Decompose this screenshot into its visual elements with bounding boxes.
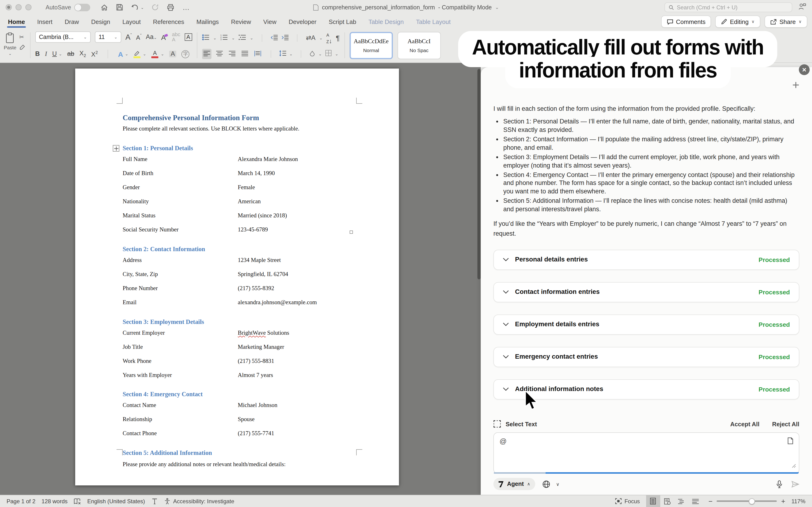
font-size-select[interactable]: 11⌄ <box>95 32 121 43</box>
model-caret-icon[interactable]: ∨ <box>556 482 560 487</box>
home-icon[interactable] <box>101 3 108 11</box>
asian-layout-button[interactable]: ⇄A <box>306 35 315 41</box>
proofing-icon[interactable] <box>74 498 81 504</box>
reject-all-button[interactable]: Reject All <box>772 420 799 428</box>
undo-icon[interactable]: ⌄ <box>131 4 144 11</box>
document-page[interactable]: Comprehensive Personal Information Form … <box>75 68 399 486</box>
agent-mode-selector[interactable]: Agent ∧ <box>493 478 536 490</box>
tab-references[interactable]: References <box>147 14 190 29</box>
justify-button[interactable] <box>240 49 249 59</box>
send-icon[interactable] <box>791 481 799 488</box>
underline-button[interactable]: U <box>52 51 57 57</box>
draft-view-button[interactable] <box>688 495 702 507</box>
align-center-button[interactable] <box>214 49 224 59</box>
chat-textarea[interactable] <box>499 447 794 467</box>
web-access-icon[interactable] <box>543 480 551 488</box>
superscript-button[interactable]: X2 <box>91 50 98 58</box>
tab-script-lab[interactable]: Script Lab <box>322 14 362 29</box>
increase-indent-button[interactable] <box>282 34 289 42</box>
tab-mailings[interactable]: Mailings <box>190 14 225 29</box>
panel-close-button[interactable]: ✕ <box>799 64 810 75</box>
change-case-button[interactable]: Aa⌄ <box>146 34 157 40</box>
resize-handle-icon[interactable] <box>792 461 796 470</box>
focus-mode-button[interactable]: Focus <box>615 498 640 504</box>
language-status[interactable]: English (United States) <box>87 498 145 504</box>
tab-draw[interactable]: Draw <box>58 14 85 29</box>
font-name-select[interactable]: Cambria (B...⌄ <box>35 32 91 43</box>
bold-button[interactable]: B <box>35 51 40 57</box>
entries-card-personal-details-entries[interactable]: Personal details entriesProcessed <box>493 249 799 270</box>
tab-table-layout[interactable]: Table Layout <box>410 14 457 29</box>
undo-caret-icon[interactable]: ⌄ <box>141 5 144 10</box>
attach-file-icon[interactable] <box>787 437 794 446</box>
autosave-toggle[interactable] <box>74 3 90 11</box>
font-color-button[interactable]: A <box>151 50 158 58</box>
style-no-spacing[interactable]: AaBbCcI No Spac <box>398 32 441 59</box>
zoom-slider[interactable] <box>717 500 777 502</box>
web-layout-view-button[interactable] <box>660 495 674 507</box>
tab-developer[interactable]: Developer <box>283 14 323 29</box>
borders-button[interactable] <box>325 50 332 58</box>
zoom-out-button[interactable]: − <box>708 497 713 505</box>
account-icon[interactable] <box>798 3 806 12</box>
document-title[interactable]: comprehensive_personal_information_form … <box>313 4 499 10</box>
character-shading-button[interactable]: A <box>169 51 176 57</box>
subscript-button[interactable]: X2 <box>80 50 86 58</box>
window-minimize-button[interactable] <box>15 4 21 10</box>
tab-view[interactable]: View <box>257 14 283 29</box>
entries-card-contact-information-entries[interactable]: Contact information entriesProcessed <box>493 282 799 302</box>
mention-button[interactable]: @ <box>500 437 507 445</box>
style-normal[interactable]: AaBbCcDdEe Normal <box>350 32 393 59</box>
grow-font-button[interactable]: Aˆ <box>125 33 132 41</box>
search-field[interactable] <box>664 2 792 12</box>
save-icon[interactable] <box>116 4 123 11</box>
table-move-handle[interactable] <box>113 145 119 152</box>
sort-button[interactable]: AZ↓ <box>326 32 332 44</box>
tab-table-design[interactable]: Table Design <box>362 14 410 29</box>
mic-icon[interactable] <box>776 480 782 488</box>
tab-design[interactable]: Design <box>85 14 116 29</box>
line-spacing-button[interactable] <box>279 50 286 58</box>
print-icon[interactable] <box>167 3 174 11</box>
multilevel-list-button[interactable] <box>239 34 246 42</box>
show-paragraph-marks-button[interactable]: ¶ <box>336 34 340 41</box>
format-painter-icon[interactable] <box>19 44 26 52</box>
word-count[interactable]: 128 words <box>42 498 68 504</box>
select-text-button[interactable]: Select Text <box>506 420 537 428</box>
chat-input-box[interactable]: @ <box>493 432 799 474</box>
character-border-button[interactable]: A <box>185 33 192 41</box>
print-layout-view-button[interactable] <box>646 495 660 507</box>
page-count[interactable]: Page 1 of 2 <box>7 498 36 504</box>
align-left-button[interactable] <box>202 49 211 59</box>
text-effects-button[interactable]: A <box>118 50 123 58</box>
bullets-button[interactable] <box>202 34 209 42</box>
accept-all-button[interactable]: Accept All <box>730 420 759 428</box>
comments-button[interactable]: Comments <box>661 15 711 28</box>
title-caret-icon[interactable]: ⌄ <box>495 5 499 10</box>
panel-new-chat-button[interactable]: + <box>792 78 799 93</box>
decrease-indent-button[interactable] <box>271 34 278 42</box>
tab-home[interactable]: Home <box>2 14 31 29</box>
distribute-text-button[interactable] <box>253 49 262 59</box>
enclose-characters-button[interactable]: 字 <box>182 50 190 58</box>
entries-card-employment-details-entries[interactable]: Employment details entriesProcessed <box>493 314 799 334</box>
share-button[interactable]: Share ∨ <box>764 15 807 28</box>
shrink-font-button[interactable]: Aˇ <box>136 34 142 41</box>
shading-button[interactable] <box>309 50 315 58</box>
text-prediction-icon[interactable] <box>151 498 158 504</box>
tab-insert[interactable]: Insert <box>31 14 58 29</box>
cut-icon[interactable]: ✂ <box>19 34 26 40</box>
paste-button[interactable]: Paste ⌄ <box>4 33 16 59</box>
tab-review[interactable]: Review <box>225 14 257 29</box>
italic-button[interactable]: I <box>45 51 47 57</box>
clear-formatting-button[interactable]: A <box>161 34 168 41</box>
zoom-percentage[interactable]: 117% <box>791 498 805 504</box>
accessibility-status[interactable]: Accessibility: Investigate <box>164 498 234 504</box>
align-right-button[interactable] <box>227 49 237 59</box>
editing-mode-button[interactable]: Editing ∨ <box>715 15 760 28</box>
entries-card-emergency-contact-entries[interactable]: Emergency contact entriesProcessed <box>493 347 799 367</box>
entries-card-additional-information-notes[interactable]: Additional information notesProcessed <box>493 379 799 399</box>
outline-view-button[interactable] <box>674 495 688 507</box>
document-scrollbar[interactable] <box>477 69 481 279</box>
zoom-in-button[interactable]: + <box>781 497 785 505</box>
